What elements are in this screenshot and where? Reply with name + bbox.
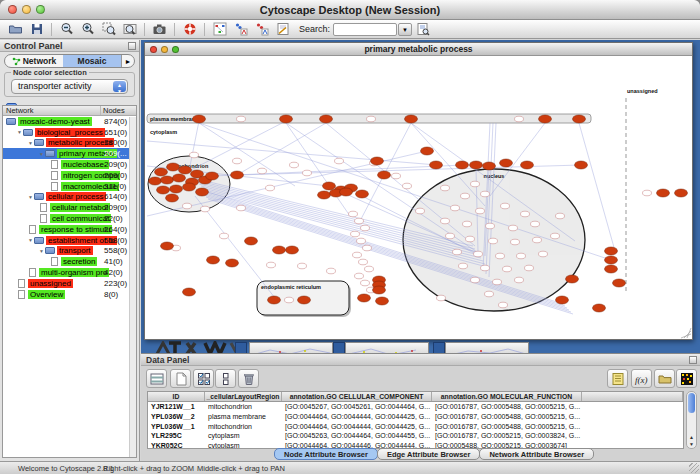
table-cell[interactable]: YJR121W__1 [148, 402, 205, 412]
annotation-icon[interactable] [273, 21, 292, 37]
expand-arrow-icon[interactable]: ▼ [28, 194, 33, 200]
attribute-table[interactable]: ID_cellularLayoutRegionannotation.GO CEL… [147, 391, 684, 449]
table-cell[interactable]: [GO:0044464, GO:0044444, GO:0044425, G..… [282, 412, 432, 422]
network-tree-rows: mosaic-demo-yeast874(0)▼biological_proce… [3, 116, 136, 300]
table-cell[interactable]: [GO:0016787, GO:0005488, GO:0005215, G..… [432, 402, 582, 412]
tree-row-nucleobase-[interactable]: nucleobase-209(0) [3, 159, 136, 170]
search-input[interactable] [333, 23, 397, 36]
network-canvas[interactable]: plasma membranecytoplasmmitochondrionnuc… [145, 56, 692, 339]
table-cell[interactable]: YPL036W__1 [148, 422, 205, 432]
tree-row-metabolic-process[interactable]: ▼metabolic process280(0) [3, 138, 136, 149]
expand-arrow-icon[interactable]: ▼ [39, 248, 44, 254]
table-row[interactable]: YLR295Ccytoplasm[GO:0045263, GO:0044464,… [148, 431, 683, 441]
tree-row-response-to-stimulu[interactable]: response to stimulu264(0) [3, 224, 136, 235]
tree-row-macromolecule[interactable]: macromolecule311(0) [3, 181, 136, 192]
search-dropdown-icon[interactable]: ▼ [398, 23, 412, 36]
tree-row-establishment-of-lo[interactable]: ▼establishment of lo558(0) [3, 235, 136, 246]
folder-icon [34, 237, 44, 244]
tree-col-network[interactable]: Network [3, 106, 100, 115]
import-folder-icon[interactable] [654, 369, 675, 388]
tree-row-multi-organism-pro[interactable]: multi-organism pro42(0) [3, 267, 136, 278]
tree-row-count: 8(0) [104, 290, 118, 299]
help-ring-icon[interactable] [180, 21, 199, 37]
tab-network-attribute-browser[interactable]: Network Attribute Browser [479, 448, 594, 460]
table-cell[interactable]: mitochondrion [205, 402, 282, 412]
delete-attribute-icon[interactable] [238, 369, 259, 388]
notes-icon[interactable] [607, 369, 628, 388]
attribute-pair-icon[interactable] [215, 369, 236, 388]
expand-arrow-icon[interactable]: ▼ [28, 237, 33, 243]
table-row[interactable]: YPL036W__1mitochondrion[GO:0044464, GO:0… [148, 422, 683, 432]
tab-overflow-arrow-icon[interactable]: ► [121, 55, 134, 67]
float-panel-icon[interactable] [689, 356, 697, 364]
expand-arrow-icon[interactable]: ▼ [28, 140, 33, 146]
tree-row-biological-process[interactable]: ▼biological_process651(0) [3, 127, 136, 138]
float-panel-icon[interactable] [128, 42, 136, 50]
table-cell[interactable]: [GO:0016787, GO:0005488, GO:0005215, G..… [432, 422, 582, 432]
expand-arrow-icon[interactable]: ▼ [39, 151, 44, 157]
tree-col-nodes[interactable]: Nodes [100, 106, 136, 115]
new-attribute-icon[interactable] [170, 369, 191, 388]
table-row[interactable]: YPL036W__2plasma membrane[GO:0044464, GO… [148, 412, 683, 422]
tree-row-transport[interactable]: ▼transport558(0) [3, 246, 136, 257]
tab-node-attribute-browser[interactable]: Node Attribute Browser [274, 448, 378, 460]
table-cell[interactable]: plasma membrane [205, 412, 282, 422]
tree-row-label: nucleobase- [61, 160, 109, 169]
attribute-checklist-icon[interactable] [193, 369, 214, 388]
column-header[interactable]: _cellularLayoutRegion [205, 392, 282, 401]
node-color-dropdown[interactable]: transporter activity ▲▼ [11, 79, 128, 94]
network-window-titlebar[interactable]: primary metabolic process [145, 43, 692, 56]
scrollbar-arrows[interactable]: ▲▼ [687, 434, 696, 448]
open-folder-icon[interactable] [6, 21, 25, 37]
tree-row-overview[interactable]: Overview8(0) [3, 289, 136, 300]
control-panel-tabs: Network Mosaic ► [4, 54, 135, 68]
tree-row-cellular-metabol[interactable]: cellular metabol209(0) [3, 202, 136, 213]
table-cell[interactable]: cytoplasm [205, 441, 282, 449]
table-cell[interactable]: [GO:0016787, GO:0005488, GO:0005215, G..… [432, 412, 582, 422]
tree-scrollbar[interactable] [129, 117, 136, 457]
column-header[interactable]: annotation.GO CELLULAR_COMPONENT [282, 392, 432, 401]
tree-row-secretion[interactable]: secretion41(0) [3, 256, 136, 267]
tree-row-unassigned[interactable]: unassigned223(0) [3, 278, 136, 289]
tab-mosaic[interactable]: Mosaic [63, 55, 121, 67]
table-cell[interactable]: [GO:0044464, GO:0044444, GO:0044425, G..… [282, 422, 432, 432]
table-cell[interactable]: YPL036W__2 [148, 412, 205, 422]
table-scrollbar[interactable]: ▲▼ [686, 391, 697, 449]
zoom-out-icon[interactable] [57, 21, 76, 37]
tree-row-cellular-process[interactable]: ▼cellular process614(0) [3, 192, 136, 203]
table-cell[interactable]: YKR052C [148, 441, 205, 449]
network-grid-icon[interactable] [210, 21, 229, 37]
tab-network[interactable]: Network [5, 55, 63, 67]
tab-edge-attribute-browser[interactable]: Edge Attribute Browser [377, 448, 480, 460]
save-icon[interactable] [27, 21, 46, 37]
search-config-icon[interactable] [413, 21, 432, 37]
table-row[interactable]: YJR121W__1mitochondrion[GO:0045267, GO:0… [148, 402, 683, 412]
table-cell[interactable]: [GO:0045267, GO:0045261, GO:0044464, G..… [282, 402, 432, 412]
select-attributes-icon[interactable] [146, 369, 167, 388]
tree-row-primary-metabo[interactable]: ▼primary metabo209(... [3, 148, 136, 159]
network-view-window[interactable]: primary metabolic process plasma membran… [144, 42, 693, 340]
zoom-in-icon[interactable] [78, 21, 97, 37]
tree-row-nitrogen-compo[interactable]: nitrogen compo209(0) [3, 170, 136, 181]
scrollbar-thumb[interactable] [688, 393, 695, 413]
column-header[interactable]: annotation.GO MOLECULAR_FUNCTION [432, 392, 582, 401]
table-cell[interactable]: YLR295C [148, 431, 205, 441]
column-header[interactable]: ID [148, 392, 205, 401]
table-cell[interactable]: mitochondrion [205, 422, 282, 432]
zoom-fit-icon[interactable] [120, 21, 139, 37]
table-cell[interactable]: [GO:0045263, GO:0044464, GO:0044455, G..… [282, 431, 432, 441]
snapshot-camera-icon[interactable] [150, 21, 169, 37]
resize-grip[interactable] [689, 463, 699, 473]
page-icon [51, 257, 58, 266]
zoom-selected-icon[interactable] [99, 21, 118, 37]
tree-row-cell-communicat[interactable]: cell communicat22(0) [3, 213, 136, 224]
vizmapper-alt-icon[interactable] [252, 21, 271, 37]
vizmapper-icon[interactable] [231, 21, 250, 37]
table-cell[interactable]: cytoplasm [205, 431, 282, 441]
tree-row-mosaic-demo-yeast[interactable]: mosaic-demo-yeast874(0) [3, 116, 136, 127]
expand-arrow-icon[interactable]: ▼ [17, 129, 22, 135]
heatmap-icon[interactable] [676, 369, 697, 388]
page-icon [29, 268, 36, 277]
formula-fx-icon[interactable]: f(x) [631, 369, 652, 388]
table-cell[interactable]: [GO:0016787, GO:0005215, GO:0003824, G..… [432, 431, 582, 441]
